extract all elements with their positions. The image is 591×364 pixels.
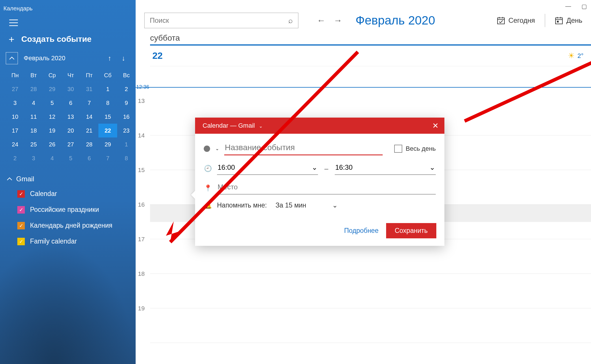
reminder-label: Напомнить мне: — [217, 201, 267, 209]
mini-calendar-day[interactable]: 1 — [98, 82, 117, 96]
mini-calendar-day[interactable]: 27 — [61, 137, 80, 151]
mini-calendar-day[interactable]: 6 — [61, 96, 80, 110]
calendar-item[interactable]: ✓Российские праздники — [17, 206, 136, 214]
chevron-up-icon — [9, 56, 14, 60]
create-event-button[interactable]: + Создать событие — [0, 33, 136, 52]
mini-calendar-day[interactable]: 1 — [117, 137, 136, 151]
event-title-input[interactable] — [224, 142, 383, 155]
mini-calendar-day[interactable]: 15 — [98, 110, 117, 124]
checkbox-icon: ✓ — [17, 222, 25, 229]
hour-label: 13 — [138, 97, 145, 104]
mini-calendar-day[interactable]: 18 — [24, 124, 43, 137]
weekday-header: Вс — [117, 68, 136, 82]
mini-calendar-next[interactable]: ↓ — [119, 54, 128, 62]
today-button[interactable]: Сегодня — [497, 16, 535, 24]
mini-calendar-month-label: Февраль 2020 — [23, 54, 100, 62]
start-time-select[interactable]: 16:00⌄ — [217, 162, 318, 175]
search-box[interactable]: ⌕ — [144, 13, 298, 28]
mini-calendar-day[interactable]: 28 — [80, 137, 98, 151]
mini-calendar-day[interactable]: 2 — [117, 82, 136, 96]
weekday-header: Чт — [61, 68, 80, 82]
checkbox-icon: ✓ — [17, 190, 25, 198]
location-icon: 📍 — [204, 184, 212, 192]
mini-calendar-day[interactable]: 12 — [43, 110, 61, 124]
weather-temp: 2° — [577, 52, 583, 60]
next-period-button[interactable]: → — [334, 16, 342, 25]
mini-calendar-day[interactable]: 11 — [24, 110, 43, 124]
mini-calendar-day[interactable]: 3 — [6, 96, 24, 110]
mini-calendar-day[interactable]: 29 — [98, 137, 117, 151]
mini-calendar-day[interactable]: 8 — [117, 151, 136, 165]
account-toggle[interactable]: Gmail — [7, 175, 136, 183]
hour-slot[interactable] — [150, 308, 591, 343]
day-of-week-label: суббота — [150, 33, 591, 43]
mini-calendar-day[interactable]: 4 — [43, 151, 61, 165]
event-location-input[interactable] — [217, 182, 436, 195]
reminder-select[interactable]: За 15 мин⌄ — [276, 201, 338, 209]
maximize-button[interactable]: ▢ — [581, 3, 587, 10]
save-button[interactable]: Сохранить — [386, 223, 436, 238]
checkbox-icon: ✓ — [17, 238, 25, 245]
hour-label: 15 — [138, 167, 145, 173]
hour-slot[interactable] — [150, 274, 591, 308]
mini-calendar-day[interactable]: 21 — [80, 124, 98, 137]
mini-calendar-day[interactable]: 20 — [61, 124, 80, 137]
mini-calendar-day[interactable]: 5 — [43, 96, 61, 110]
mini-calendar-day[interactable]: 23 — [117, 124, 136, 137]
weather-widget[interactable]: ☀ 2° — [568, 51, 583, 60]
calendar-color-dot[interactable] — [204, 146, 210, 152]
mini-calendar-day[interactable]: 3 — [24, 151, 43, 165]
today-label: Сегодня — [508, 16, 535, 24]
mini-calendar-day[interactable]: 14 — [80, 110, 98, 124]
mini-calendar-day[interactable]: 28 — [24, 82, 43, 96]
mini-calendar-day[interactable]: 2 — [6, 151, 24, 165]
calendar-item[interactable]: ✓Calendar — [17, 190, 136, 198]
mini-calendar-day[interactable]: 26 — [43, 137, 61, 151]
mini-calendar-day[interactable]: 9 — [117, 96, 136, 110]
mini-calendar-day[interactable]: 29 — [43, 82, 61, 96]
more-details-link[interactable]: Подробнее — [344, 227, 378, 235]
mini-calendar-day[interactable]: 7 — [80, 96, 98, 110]
minimize-button[interactable]: — — [565, 3, 571, 10]
view-switch-button[interactable]: День — [555, 16, 582, 24]
calendar-item[interactable]: ✓Family calendar — [17, 237, 136, 245]
hour-label: 19 — [138, 305, 145, 312]
mini-calendar-day[interactable]: 31 — [80, 82, 98, 96]
calendar-today-icon — [497, 16, 505, 24]
mini-calendar-day[interactable]: 5 — [61, 151, 80, 165]
mini-calendar-day[interactable]: 25 — [24, 137, 43, 151]
end-time-select[interactable]: 16:30⌄ — [335, 162, 436, 175]
popover-calendar-selector[interactable]: Calendar — Gmail ⌄ — [203, 122, 263, 129]
mini-calendar-day[interactable]: 13 — [61, 110, 80, 124]
mini-calendar-collapse[interactable] — [6, 52, 18, 64]
plus-icon: + — [9, 34, 14, 44]
mini-calendar-day[interactable]: 6 — [80, 151, 98, 165]
calendar-item[interactable]: ✓Календарь дней рождения — [17, 222, 136, 229]
prev-period-button[interactable]: ← — [317, 16, 326, 25]
mini-calendar-day[interactable]: 8 — [98, 96, 117, 110]
mini-calendar-day[interactable]: 16 — [117, 110, 136, 124]
sun-icon: ☀ — [568, 51, 575, 60]
mini-calendar-day[interactable]: 22 — [98, 124, 117, 137]
bell-icon: 🔔 — [204, 202, 212, 209]
weekday-header: Ср — [43, 68, 61, 82]
weekday-header: Сб — [98, 68, 117, 82]
mini-calendar-day[interactable]: 10 — [6, 110, 24, 124]
mini-calendar-day[interactable]: 4 — [24, 96, 43, 110]
mini-calendar-day[interactable]: 30 — [61, 82, 80, 96]
mini-calendar-prev[interactable]: ↑ — [105, 54, 114, 62]
mini-calendar-day[interactable]: 17 — [6, 124, 24, 137]
mini-calendar-day[interactable]: 19 — [43, 124, 61, 137]
hamburger-button[interactable] — [0, 16, 136, 33]
account-name: Gmail — [16, 175, 34, 183]
all-day-toggle[interactable]: Весь день — [394, 145, 436, 153]
popover-close-button[interactable]: ✕ — [432, 121, 439, 130]
chevron-down-icon[interactable]: ⌄ — [215, 146, 219, 151]
all-day-label: Весь день — [406, 145, 436, 152]
search-input[interactable] — [150, 16, 288, 24]
current-time-line — [136, 87, 591, 88]
mini-calendar-day[interactable]: 27 — [6, 82, 24, 96]
mini-calendar: ПнВтСрЧтПтСбВс 2728293031123456789101112… — [6, 68, 136, 165]
mini-calendar-day[interactable]: 7 — [98, 151, 117, 165]
mini-calendar-day[interactable]: 24 — [6, 137, 24, 151]
